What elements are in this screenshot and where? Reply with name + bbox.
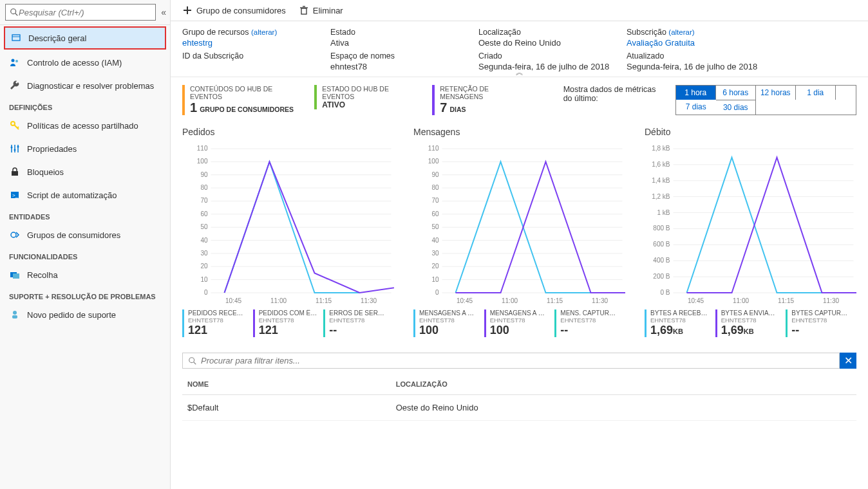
time-12h[interactable]: 12 horas	[756, 86, 796, 100]
col-location[interactable]: LOCALIZAÇÃO	[391, 374, 856, 395]
search-input[interactable]	[19, 8, 151, 17]
script-icon: >_	[9, 189, 21, 201]
change-sub-link[interactable]: (alterar)	[668, 28, 694, 36]
legend-item[interactable]: BYTES A ENVIAR (...EHNTEST781,69KB	[715, 309, 786, 337]
filter-box[interactable]	[182, 353, 840, 369]
stats-row: CONTEÚDOS DO HUB DE EVENTOS 1GRUPO DE CO…	[182, 85, 856, 115]
svg-text:11:15: 11:15	[316, 297, 332, 304]
toolbar-label: Eliminar	[313, 6, 343, 15]
svg-text:40: 40	[431, 237, 439, 244]
svg-text:>_: >_	[12, 192, 19, 198]
time-7d[interactable]: 7 dias	[676, 100, 716, 115]
nav-consumer-groups[interactable]: Grupos de consumidores	[0, 223, 170, 246]
sidebar-search[interactable]	[5, 4, 156, 21]
svg-text:11:30: 11:30	[592, 297, 608, 304]
ess-sub-value[interactable]: Avaliação Gratuita	[627, 38, 775, 48]
collapse-sidebar-icon[interactable]: «	[161, 7, 166, 17]
svg-text:1,2 kB: 1,2 kB	[652, 193, 670, 200]
nav-locks[interactable]: Bloqueios	[0, 160, 170, 183]
nav-properties[interactable]: Propriedades	[0, 137, 170, 160]
ess-ns-value: ehntest78	[330, 62, 478, 71]
svg-text:11:00: 11:00	[733, 297, 749, 304]
svg-rect-22	[12, 315, 17, 318]
overview-icon	[10, 32, 22, 44]
ess-rg-value[interactable]: ehtestrg	[182, 38, 330, 48]
svg-text:1 kB: 1 kB	[657, 209, 670, 216]
nav-capture[interactable]: Recolha	[0, 263, 170, 286]
search-icon	[10, 8, 19, 17]
section-funcionalidades: FUNCIONALIDADES	[0, 246, 170, 263]
legend-item[interactable]: BYTES CAPTURADOSEHNTEST78--	[786, 309, 856, 337]
svg-point-5	[15, 60, 18, 62]
metric-filter-label: Mostra dados de métricas do último:	[563, 85, 656, 103]
svg-text:11:00: 11:00	[502, 297, 518, 304]
svg-point-18	[11, 232, 16, 237]
svg-text:0: 0	[204, 289, 208, 296]
delete-button[interactable]: Eliminar	[299, 5, 343, 15]
collapse-essentials-icon[interactable]: ︽	[516, 67, 524, 78]
add-consumer-group-button[interactable]: Grupo de consumidores	[182, 5, 286, 15]
svg-text:10: 10	[431, 276, 439, 283]
svg-rect-15	[12, 171, 18, 176]
nav-label: Políticas de acesso partilhado	[27, 121, 138, 131]
trash-icon	[299, 5, 309, 15]
col-name[interactable]: NOME	[182, 374, 391, 395]
svg-text:1,4 kB: 1,4 kB	[652, 177, 670, 184]
svg-text:1,6 kB: 1,6 kB	[652, 161, 670, 168]
chart-messages[interactable]: Mensagens 010203040506070809010011010:45…	[413, 127, 625, 337]
legend-item[interactable]: MENS. CAPTURADASEHNTEST78--	[554, 309, 625, 337]
svg-text:70: 70	[200, 197, 208, 204]
main: Grupo de consumidores Eliminar Grupo de …	[171, 0, 868, 489]
legend-item[interactable]: PEDIDOS RECEBIDOS...EHNTEST78121	[182, 309, 253, 337]
time-1d[interactable]: 1 dia	[796, 86, 836, 100]
ess-ns-label: Espaço de nomes	[330, 51, 478, 60]
svg-point-12	[11, 147, 13, 149]
chart-requests[interactable]: Pedidos 010203040506070809010011010:4511…	[182, 127, 394, 337]
svg-text:80: 80	[200, 184, 208, 191]
consumer-icon	[9, 229, 21, 241]
svg-rect-20	[13, 273, 19, 279]
svg-text:100: 100	[428, 158, 439, 165]
nav-label: Bloqueios	[27, 167, 64, 177]
svg-text:10:45: 10:45	[457, 297, 473, 304]
ess-loc-value: Oeste do Reino Unido	[478, 38, 627, 48]
nav-new-support[interactable]: Novo pedido de suporte	[0, 303, 170, 326]
svg-text:11:15: 11:15	[778, 297, 794, 304]
nav-shared-access[interactable]: Políticas de acesso partilhado	[0, 114, 170, 137]
svg-text:70: 70	[431, 197, 439, 204]
svg-point-0	[11, 9, 16, 14]
nav-automation-script[interactable]: >_ Script de automatização	[0, 183, 170, 207]
legend-item[interactable]: MENSAGENS A ENVIAR...EHNTEST78100	[484, 309, 555, 337]
svg-text:0: 0	[435, 289, 439, 296]
nav-overview[interactable]: Descrição geral	[4, 26, 166, 50]
time-1h[interactable]: 1 hora	[676, 86, 716, 100]
chart-throughput[interactable]: Débito 0 B200 B400 B600 B800 B1 kB1,2 kB…	[645, 127, 856, 337]
ess-state-label: Estado	[330, 28, 478, 37]
legend-item[interactable]: ERROS DE SERVIDOREHNTEST78--	[323, 309, 394, 337]
change-rg-link[interactable]: (alterar)	[251, 28, 277, 36]
time-6h[interactable]: 6 horas	[716, 86, 756, 100]
nav-diagnose[interactable]: Diagnosticar e resolver problemas	[0, 74, 170, 97]
section-entidades: ENTIDADES	[0, 207, 170, 223]
filter-input[interactable]	[201, 356, 834, 365]
svg-point-14	[17, 146, 19, 148]
svg-rect-25	[301, 8, 307, 14]
nav-label: Novo pedido de suporte	[27, 310, 116, 320]
ess-subid-label: ID da Subscrição	[182, 51, 330, 60]
svg-text:11:30: 11:30	[361, 297, 377, 304]
clear-filter-button[interactable]: ✕	[840, 353, 856, 369]
legend-item[interactable]: PEDIDOS COM ÊXITOEHNTEST78121	[253, 309, 324, 337]
time-30d[interactable]: 30 dias	[716, 100, 756, 115]
nav-label: Descrição geral	[28, 33, 86, 43]
svg-text:30: 30	[431, 250, 439, 257]
nav-iam[interactable]: Controlo de acesso (IAM)	[0, 51, 170, 74]
svg-text:200 B: 200 B	[653, 273, 670, 280]
table-row[interactable]: $Default Oeste do Reino Unido	[182, 395, 856, 421]
essentials-panel: Grupo de recursos (alterar) ehtestrg ID …	[171, 21, 868, 77]
svg-text:20: 20	[200, 263, 208, 270]
legend-item[interactable]: MENSAGENS A RECEBER...EHNTEST78100	[413, 309, 484, 337]
nav-label: Script de automatização	[27, 190, 117, 200]
consumer-groups-table: NOME LOCALIZAÇÃO $Default Oeste do Reino…	[182, 374, 856, 421]
legend-item[interactable]: BYTES A RECEBER (...EHNTEST781,69KB	[645, 309, 715, 337]
nav-label: Grupos de consumidores	[27, 230, 120, 240]
